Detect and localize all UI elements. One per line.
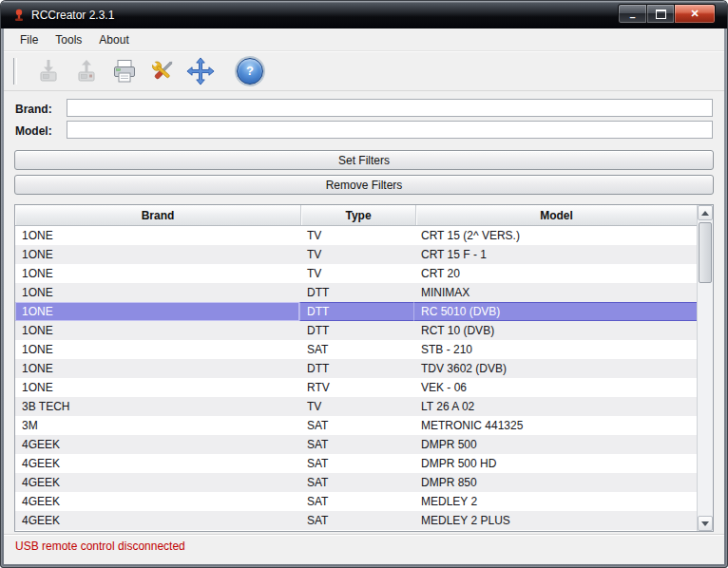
table-row[interactable]: 1ONESATSTB - 210: [15, 340, 698, 359]
table-row[interactable]: 4GEEKSATDMPR 500 HD: [15, 454, 698, 473]
column-header-type[interactable]: Type: [301, 205, 416, 225]
cell-model: LT 26 A 02: [414, 397, 698, 416]
cell-brand: 1ONE: [15, 359, 300, 378]
cell-model: DMPR 500 HD: [414, 454, 698, 473]
table-row[interactable]: 1ONETVCRT 15 (2^ VERS.): [15, 226, 698, 245]
cell-type: DTT: [300, 302, 414, 321]
cell-brand: 1ONE: [15, 283, 300, 302]
table-row[interactable]: 1ONETVCRT 20: [15, 264, 698, 283]
cell-type: SAT: [300, 340, 414, 359]
close-icon: ✕: [690, 8, 699, 20]
cell-type: DTT: [300, 283, 414, 302]
close-button[interactable]: ✕: [675, 4, 716, 24]
cell-type: SAT: [300, 454, 414, 473]
table-row[interactable]: 3B TECHTVLT 26 A 02: [15, 397, 698, 416]
write-remote-icon: [34, 57, 63, 85]
table-row[interactable]: 1ONERTVVEK - 06: [15, 378, 698, 397]
table-row[interactable]: 4GEEKSATMEDLEY 2 PLUS: [15, 511, 698, 530]
cell-model: DMPR 850: [414, 473, 698, 492]
maximize-icon: [656, 9, 666, 19]
cell-model: CRT 15 F - 1: [414, 245, 698, 264]
cell-type: TV: [300, 226, 414, 245]
arrow-down-icon: [701, 521, 709, 526]
cell-brand: 1ONE: [15, 340, 300, 359]
read-remote-icon: [72, 57, 101, 85]
table-row[interactable]: 4GEEKSATDMPR 850: [15, 473, 698, 492]
toolbar-gripper: [13, 58, 17, 85]
vertical-scrollbar[interactable]: [697, 205, 713, 531]
minimize-button[interactable]: –: [618, 4, 647, 24]
cell-brand: 3M: [15, 416, 300, 435]
cell-brand: 4GEEK: [15, 454, 300, 473]
cell-type: SAT: [300, 511, 414, 530]
menu-tools[interactable]: Tools: [47, 33, 90, 47]
table-row[interactable]: 1ONEDTTRCT 10 (DVB): [15, 321, 698, 340]
scroll-up-button[interactable]: [698, 205, 713, 220]
title-bar[interactable]: RCCreator 2.3.1 – ✕: [1, 1, 727, 28]
table-row[interactable]: 1ONETVCRT 15 F - 1: [15, 245, 698, 264]
cell-brand: 1ONE: [15, 378, 300, 397]
cell-model: MEDLEY 2 PLUS: [414, 511, 698, 530]
cell-model: STB - 210: [414, 340, 698, 359]
minimize-icon: –: [629, 11, 635, 23]
status-divider: [4, 534, 724, 535]
cell-type: SAT: [300, 435, 414, 454]
device-table: Brand Type Model 1ONETVCRT 15 (2^ VERS.)…: [14, 204, 714, 532]
cell-model: CRT 20: [414, 264, 698, 283]
cell-model: VEK - 06: [414, 378, 698, 397]
cell-brand: 4GEEK: [15, 473, 300, 492]
model-label: Model:: [15, 124, 52, 138]
table-row[interactable]: 1ONEDTTRC 5010 (DVB): [15, 302, 698, 321]
move-icon: [186, 57, 215, 85]
column-header-model[interactable]: Model: [416, 205, 698, 225]
set-filters-button[interactable]: Set Filters: [14, 150, 714, 170]
menu-bar: File Tools About: [4, 28, 724, 51]
cell-brand: 1ONE: [15, 321, 300, 340]
table-row[interactable]: 3MSATMETRONIC 441325: [15, 416, 698, 435]
app-icon: [11, 8, 27, 23]
table-header: Brand Type Model: [15, 205, 698, 226]
cell-brand: 4GEEK: [15, 435, 300, 454]
table-row[interactable]: 4GEEKSATDMPR 500: [15, 435, 698, 454]
read-remote-button: [70, 55, 103, 87]
cell-brand: 1ONE: [15, 226, 300, 245]
cell-type: SAT: [300, 492, 414, 511]
cell-type: RTV: [300, 378, 414, 397]
cell-brand: 3B TECH: [15, 397, 300, 416]
cell-type: TV: [300, 264, 414, 283]
column-header-brand[interactable]: Brand: [15, 205, 301, 225]
app-window: RCCreator 2.3.1 – ✕ File Tools About: [0, 0, 728, 568]
table-row[interactable]: 1ONEDTTMINIMAX: [15, 283, 698, 302]
window-body: File Tools About: [4, 28, 724, 564]
cell-model: MINIMAX: [414, 283, 698, 302]
cell-brand: 4GEEK: [15, 511, 300, 530]
help-glyph: ?: [246, 64, 254, 78]
tools-icon: [148, 57, 177, 85]
cell-model: RCT 10 (DVB): [414, 321, 698, 340]
cell-type: SAT: [300, 473, 414, 492]
table-row[interactable]: 1ONEDTTTDV 3602 (DVB): [15, 359, 698, 378]
menu-file[interactable]: File: [11, 33, 47, 47]
table-row[interactable]: 4GEEKSATMEDLEY 2: [15, 492, 698, 511]
cell-brand: 1ONE: [15, 302, 300, 321]
remove-filters-button[interactable]: Remove Filters: [14, 175, 714, 195]
cell-type: TV: [300, 397, 414, 416]
window-title: RCCreator 2.3.1: [31, 9, 114, 22]
status-message: USB remote control disconnected: [15, 540, 185, 553]
table-body: 1ONETVCRT 15 (2^ VERS.)1ONETVCRT 15 F - …: [15, 226, 698, 531]
model-input[interactable]: [67, 121, 713, 139]
print-button[interactable]: [108, 55, 141, 87]
settings-button[interactable]: [146, 55, 179, 87]
printer-icon: [110, 57, 139, 85]
help-button[interactable]: ?: [234, 55, 266, 87]
move-button[interactable]: [184, 55, 217, 87]
scrollbar-thumb[interactable]: [699, 222, 712, 283]
help-icon: ?: [237, 58, 263, 85]
brand-input[interactable]: [67, 99, 713, 117]
scroll-down-button[interactable]: [698, 516, 713, 531]
maximize-button[interactable]: [647, 4, 675, 24]
cell-model: TDV 3602 (DVB): [414, 359, 698, 378]
write-remote-button: [32, 55, 65, 87]
cell-type: TV: [300, 245, 414, 264]
menu-about[interactable]: About: [90, 33, 137, 47]
